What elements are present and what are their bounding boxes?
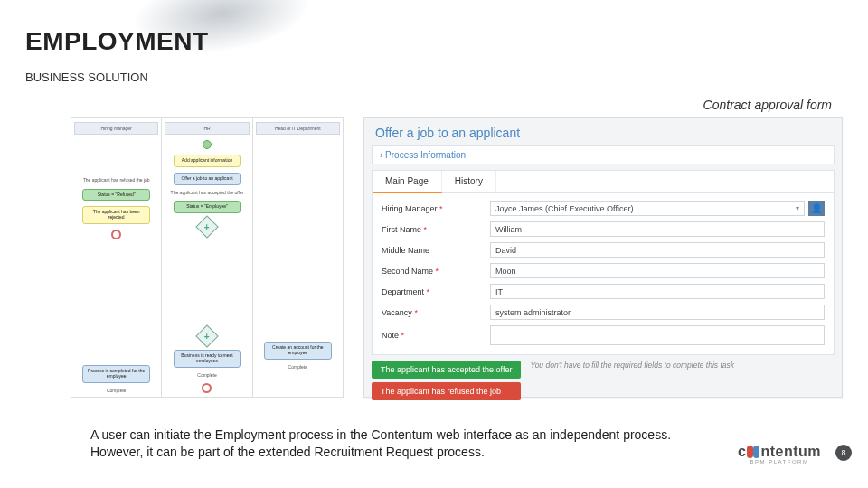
start-event-icon	[203, 140, 212, 149]
tab-main-page[interactable]: Main Page	[373, 171, 442, 193]
department-input[interactable]: IT	[490, 284, 825, 299]
diagram-node: Add applicant information	[174, 155, 241, 167]
field-label: Note *	[382, 331, 490, 340]
diagram-label: Complete	[197, 373, 216, 379]
field-label: Middle Name	[382, 246, 490, 255]
lane-hiring-manager: Hiring manager The applicant has refused…	[71, 118, 162, 397]
parallel-gateway-icon: +	[195, 324, 218, 347]
footer-hint: You don't have to fill the required fiel…	[530, 361, 734, 370]
form-tabs: Main Page History	[372, 170, 835, 193]
logo-letter: c	[738, 444, 746, 460]
first-name-input[interactable]: William	[490, 221, 825, 237]
form-caption: Contract approval form	[703, 98, 832, 112]
lane-header: HR	[165, 122, 249, 135]
lane-header: Head of IT Department	[256, 122, 340, 135]
logo-text: cntentum	[738, 444, 821, 460]
slide-description: A user can initiate the Employment proce…	[90, 427, 705, 461]
chevron-down-icon: ▾	[796, 204, 799, 212]
diagram-node: Offer a job to an applicant	[174, 173, 241, 185]
lane-hr: HR Add applicant information Offer a job…	[162, 118, 252, 397]
parallel-gateway-icon: +	[195, 215, 218, 238]
field-label: Second Name *	[382, 267, 490, 276]
field-row-second-name: Second Name * Moon	[382, 263, 825, 278]
logo-subtitle: BPM PLATFORM	[750, 459, 809, 465]
form-body: Hiring Manager * Joyce James (Chief Exec…	[372, 193, 835, 355]
diagram-label: Complete	[107, 389, 126, 394]
page-number-badge: 8	[835, 445, 852, 461]
field-row-department: Department * IT	[382, 284, 825, 299]
field-label: First Name *	[382, 225, 490, 234]
end-event-icon	[111, 230, 121, 239]
lane-it-head: Head of IT Department Create an account …	[253, 118, 343, 397]
field-label: Department *	[382, 287, 490, 296]
hiring-manager-select[interactable]: Joyce James (Chief Executive Officer) ▾	[490, 201, 805, 216]
diagram-label: The applicant has refused the job	[83, 178, 150, 183]
tab-history[interactable]: History	[442, 171, 496, 192]
page-title: EMPLOYMENT	[25, 27, 209, 56]
field-value: Joyce James (Chief Executive Officer)	[495, 204, 633, 213]
action-buttons: The applicant has accepted the offer The…	[372, 361, 521, 400]
logo-letters: ntentum	[760, 444, 821, 460]
middle-name-input[interactable]: David	[490, 242, 825, 258]
diagram-node: The applicant has been rejected	[82, 206, 150, 224]
diagram-label: Complete	[288, 365, 307, 371]
refuse-offer-button[interactable]: The applicant has refused the job	[372, 382, 521, 400]
end-event-icon	[202, 383, 212, 393]
form-title: Offer a job to an applicant	[364, 118, 842, 145]
diagram-node: Status = "Employee"	[174, 201, 241, 213]
user-picker-icon[interactable]: 👤	[808, 201, 825, 216]
vacancy-input[interactable]: system administrator	[490, 305, 825, 320]
diagram-node: Process is completed for the employee	[82, 365, 150, 383]
diagram-label: The applicant has accepted the offer	[171, 191, 244, 196]
field-row-vacancy: Vacancy * system administrator	[382, 305, 825, 320]
contract-approval-form: Offer a job to an applicant › Process In…	[363, 117, 843, 398]
diagram-node: Create an account for the employee	[264, 342, 332, 360]
field-label: Vacancy *	[382, 308, 490, 317]
form-footer: The applicant has accepted the offer The…	[372, 361, 835, 400]
field-row-note: Note *	[382, 325, 825, 345]
page-subtitle: BUSINESS SOLUTION	[25, 70, 148, 84]
field-row-middle-name: Middle Name David	[382, 242, 825, 258]
diagram-node: Business is ready to meet employees	[174, 350, 241, 368]
bpmn-diagram: Hiring manager The applicant has refused…	[71, 117, 344, 398]
lane-header: Hiring manager	[74, 122, 158, 135]
brand-logo: cntentum BPM PLATFORM	[738, 444, 821, 465]
content-area: Hiring manager The applicant has refused…	[71, 117, 843, 398]
logo-o-icon	[747, 446, 760, 458]
process-info-accordion[interactable]: › Process Information	[372, 145, 835, 164]
second-name-input[interactable]: Moon	[490, 263, 825, 278]
note-input[interactable]	[490, 325, 825, 345]
accept-offer-button[interactable]: The applicant has accepted the offer	[372, 361, 521, 379]
diagram-node: Status = "Refused"	[82, 189, 150, 202]
field-label: Hiring Manager *	[382, 204, 490, 213]
field-row-hiring-manager: Hiring Manager * Joyce James (Chief Exec…	[382, 201, 825, 216]
field-row-first-name: First Name * William	[382, 221, 825, 237]
